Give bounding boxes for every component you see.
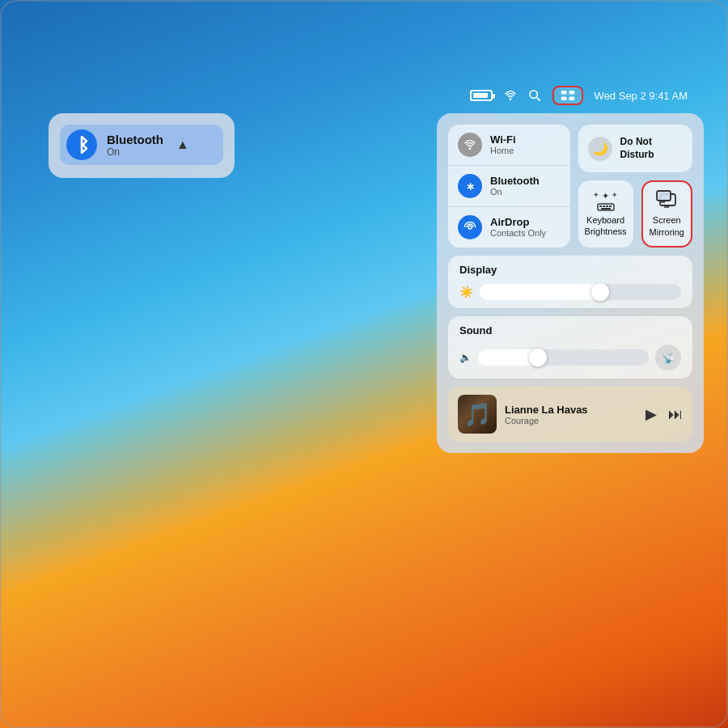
svg-point-8 <box>468 226 472 229</box>
airdrop-icon <box>463 221 476 234</box>
svg-point-0 <box>509 98 511 100</box>
volume-thumb[interactable] <box>529 349 547 366</box>
menu-bar: Wed Sep 2 9:41 AM <box>138 81 704 110</box>
airdrop-text: AirDrop Contacts Only <box>490 216 546 239</box>
now-playing-title: Lianne La Havas <box>505 404 637 416</box>
bluetooth-panel-text: Bluetooth On <box>107 133 163 158</box>
datetime-display: Wed Sep 2 9:41 AM <box>595 90 688 102</box>
wifi-icon-circle <box>458 133 482 157</box>
svg-rect-4 <box>569 91 574 95</box>
wifi-sublabel: Home <box>490 146 516 156</box>
icon-row: ✦ ✦ ✦ Keyboard Brightn <box>578 180 692 248</box>
battery-icon <box>470 90 493 101</box>
search-icon <box>528 89 541 102</box>
svg-rect-10 <box>599 205 602 207</box>
control-center-panel: Wi-Fi Home ∗ Bluetooth On <box>437 113 704 453</box>
wifi-icon <box>504 89 517 102</box>
wifi-indicator[interactable] <box>504 89 517 102</box>
now-playing-controls: ▶ ⏭ <box>645 405 683 423</box>
wifi-text: Wi-Fi Home <box>490 133 516 157</box>
dnd-icon: 🌙 <box>592 141 608 156</box>
control-center-icon <box>561 90 575 101</box>
sound-label: Sound <box>459 324 681 336</box>
svg-rect-3 <box>561 91 566 95</box>
airdrop-label: AirDrop <box>490 216 546 229</box>
airdrop-item[interactable]: AirDrop Contacts Only <box>458 215 561 239</box>
svg-rect-13 <box>609 205 612 207</box>
now-playing-text: Lianne La Havas Courage <box>505 404 637 425</box>
svg-rect-18 <box>657 191 671 201</box>
dnd-label: Do Not Disturb <box>620 136 654 161</box>
volume-slider-row: 🔈 📡 <box>459 345 681 370</box>
bluetooth-large-svg <box>74 136 89 154</box>
airplay-icon: 📡 <box>662 352 675 364</box>
screen-mirroring-button[interactable]: Screen Mirroring <box>641 180 692 248</box>
screen-mirroring-icon <box>656 190 677 211</box>
svg-line-2 <box>536 98 540 101</box>
svg-rect-6 <box>569 97 574 101</box>
datetime-text: Wed Sep 2 9:41 AM <box>595 90 688 102</box>
brightness-slider-row: ☀️ <box>459 284 681 300</box>
sound-section: Sound 🔈 📡 <box>448 316 692 379</box>
wifi-label: Wi-Fi <box>490 133 516 146</box>
top-row: Wi-Fi Home ∗ Bluetooth On <box>448 125 692 248</box>
now-playing-subtitle: Courage <box>505 416 637 425</box>
now-playing-section: 🎵 Lianne La Havas Courage ▶ ⏭ <box>448 387 692 442</box>
keyboard-brightness-button[interactable]: ✦ ✦ ✦ Keyboard Brightn <box>578 180 633 248</box>
display-label: Display <box>459 264 681 276</box>
bluetooth-expanded-panel: Bluetooth On ▲ <box>49 113 235 178</box>
volume-slider[interactable] <box>478 349 649 366</box>
album-art-placeholder: 🎵 <box>463 401 492 428</box>
brightness-slider[interactable] <box>480 284 681 300</box>
svg-rect-11 <box>603 205 605 207</box>
bluetooth-label: Bluetooth <box>490 175 540 188</box>
bluetooth-panel-label: Bluetooth <box>107 133 163 146</box>
wifi-network-icon <box>463 138 476 151</box>
brightness-thumb[interactable] <box>591 283 609 301</box>
bluetooth-panel-sublabel: On <box>107 146 163 158</box>
control-center-button[interactable] <box>552 86 583 105</box>
screen-mirroring-label: Screen Mirroring <box>650 214 684 238</box>
svg-point-1 <box>530 91 537 98</box>
bluetooth-icon-circle: ∗ <box>458 174 482 198</box>
forward-button[interactable]: ⏭ <box>668 406 683 423</box>
bluetooth-text: Bluetooth On <box>490 175 540 198</box>
svg-rect-12 <box>606 205 608 207</box>
bluetooth-network-item[interactable]: ∗ Bluetooth On <box>458 174 561 198</box>
dnd-icon-circle: 🌙 <box>588 137 612 161</box>
airdrop-sublabel: Contacts Only <box>490 228 546 239</box>
bluetooth-main-item[interactable]: Bluetooth On ▲ <box>60 125 223 165</box>
display-section: Display ☀️ <box>448 256 692 308</box>
brightness-icon: ☀️ <box>459 286 473 298</box>
svg-rect-14 <box>601 208 611 210</box>
keyboard-icon <box>597 203 615 211</box>
keyboard-brightness-icon: ✦ ✦ ✦ <box>593 191 618 211</box>
bluetooth-sublabel: On <box>490 187 540 197</box>
bluetooth-large-icon <box>66 129 97 160</box>
right-column: 🌙 Do Not Disturb ✦ ✦ ✦ <box>578 125 692 248</box>
network-panel: Wi-Fi Home ∗ Bluetooth On <box>448 125 570 248</box>
do-not-disturb-button[interactable]: 🌙 Do Not Disturb <box>578 125 692 172</box>
svg-rect-5 <box>561 97 566 101</box>
screen-mirroring-svg <box>656 190 677 208</box>
airplay-button[interactable]: 📡 <box>655 345 681 370</box>
wifi-item[interactable]: Wi-Fi Home <box>458 133 561 157</box>
play-button[interactable]: ▶ <box>645 405 657 423</box>
airdrop-icon-circle <box>458 215 482 239</box>
volume-icon: 🔈 <box>459 352 472 363</box>
svg-point-7 <box>469 147 472 150</box>
keyboard-brightness-label: Keyboard Brightness <box>585 214 627 238</box>
divider-2 <box>448 206 570 207</box>
search-indicator[interactable] <box>528 89 541 102</box>
album-art: 🎵 <box>458 395 497 434</box>
battery-indicator <box>470 90 493 101</box>
cursor: ▲ <box>176 138 189 152</box>
bluetooth-symbol: ∗ <box>466 180 475 193</box>
divider-1 <box>448 165 570 166</box>
